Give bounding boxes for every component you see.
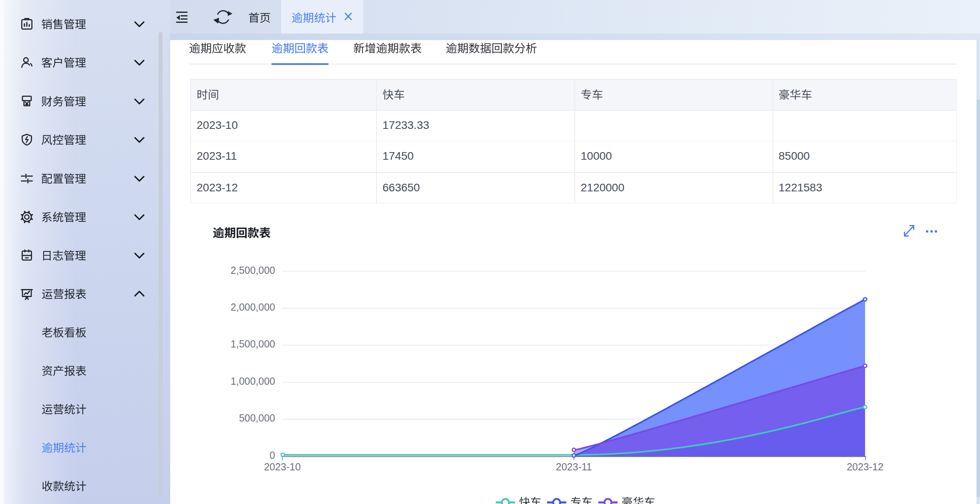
svg-text:2023-10: 2023-10 <box>264 461 301 472</box>
svg-text:2,500,000: 2,500,000 <box>231 265 275 276</box>
svg-text:0: 0 <box>270 450 275 461</box>
svg-text:2,000,000: 2,000,000 <box>231 301 275 313</box>
svg-text:500,000: 500,000 <box>239 412 275 424</box>
svg-text:1,000,000: 1,000,000 <box>231 375 275 387</box>
svg-text:2023-11: 2023-11 <box>556 461 592 472</box>
svg-text:2023-12: 2023-12 <box>847 461 883 472</box>
svg-text:1,500,000: 1,500,000 <box>231 338 275 349</box>
